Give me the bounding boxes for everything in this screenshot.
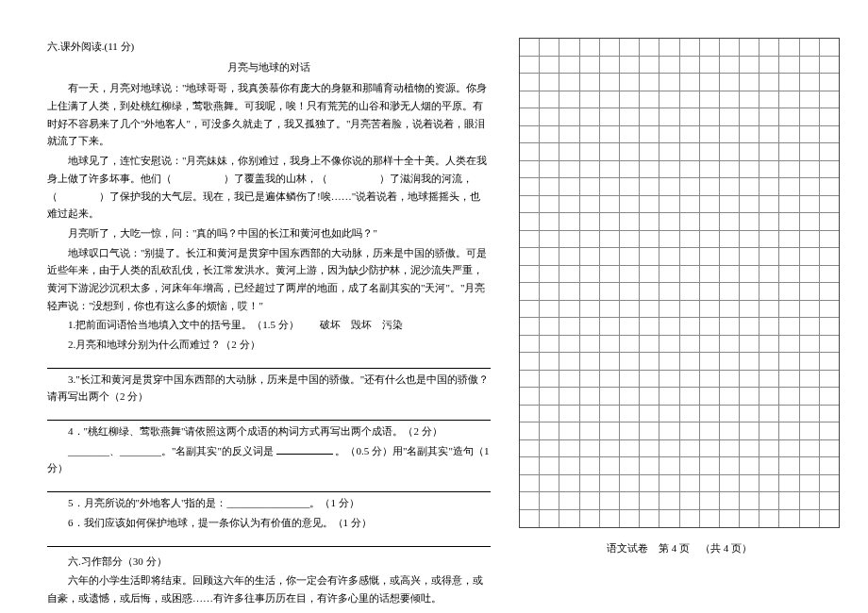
grid-cell[interactable] <box>600 266 620 283</box>
grid-cell[interactable] <box>820 492 839 509</box>
grid-cell[interactable] <box>600 126 620 143</box>
grid-cell[interactable] <box>740 283 760 300</box>
grid-cell[interactable] <box>779 457 799 474</box>
grid-cell[interactable] <box>580 388 600 405</box>
grid-cell[interactable] <box>680 510 700 528</box>
grid-cell[interactable] <box>720 231 740 248</box>
grid-cell[interactable] <box>580 440 600 457</box>
grid-cell[interactable] <box>740 371 760 388</box>
grid-cell[interactable] <box>659 457 679 474</box>
grid-cell[interactable] <box>640 196 659 213</box>
grid-cell[interactable] <box>800 143 820 160</box>
grid-cell[interactable] <box>540 406 559 422</box>
grid-cell[interactable] <box>700 178 720 195</box>
grid-cell[interactable] <box>600 161 620 178</box>
grid-cell[interactable] <box>779 336 799 353</box>
grid-cell[interactable] <box>740 91 760 108</box>
grid-cell[interactable] <box>640 492 659 509</box>
grid-cell[interactable] <box>720 39 740 56</box>
grid-cell[interactable] <box>540 108 559 125</box>
grid-cell[interactable] <box>620 371 640 388</box>
grid-cell[interactable] <box>700 406 720 422</box>
grid-cell[interactable] <box>779 178 799 195</box>
grid-cell[interactable] <box>600 231 620 248</box>
grid-cell[interactable] <box>800 301 820 318</box>
grid-cell[interactable] <box>700 492 720 509</box>
grid-cell[interactable] <box>800 510 820 528</box>
grid-cell[interactable] <box>580 161 600 178</box>
grid-cell[interactable] <box>740 196 760 213</box>
grid-cell[interactable] <box>740 388 760 405</box>
grid-cell[interactable] <box>680 231 700 248</box>
grid-cell[interactable] <box>700 126 720 143</box>
grid-cell[interactable] <box>800 371 820 388</box>
grid-cell[interactable] <box>600 510 620 528</box>
grid-cell[interactable] <box>620 336 640 353</box>
grid-cell[interactable] <box>820 143 839 160</box>
grid-cell[interactable] <box>760 74 779 91</box>
grid-cell[interactable] <box>800 74 820 91</box>
grid-cell[interactable] <box>659 231 679 248</box>
grid-cell[interactable] <box>720 318 740 335</box>
grid-cell[interactable] <box>580 492 600 509</box>
grid-cell[interactable] <box>700 510 720 528</box>
grid-cell[interactable] <box>760 231 779 248</box>
grid-cell[interactable] <box>720 143 740 160</box>
grid-cell[interactable] <box>800 178 820 195</box>
grid-cell[interactable] <box>820 457 839 474</box>
grid-cell[interactable] <box>520 178 540 195</box>
grid-cell[interactable] <box>740 126 760 143</box>
grid-cell[interactable] <box>700 74 720 91</box>
grid-cell[interactable] <box>779 492 799 509</box>
grid-cell[interactable] <box>680 475 700 492</box>
grid-cell[interactable] <box>540 510 559 528</box>
grid-cell[interactable] <box>700 266 720 283</box>
grid-cell[interactable] <box>540 336 559 353</box>
grid-cell[interactable] <box>800 318 820 335</box>
grid-cell[interactable] <box>779 388 799 405</box>
grid-cell[interactable] <box>620 231 640 248</box>
grid-cell[interactable] <box>559 74 579 91</box>
grid-cell[interactable] <box>720 440 740 457</box>
grid-cell[interactable] <box>760 475 779 492</box>
grid-cell[interactable] <box>700 91 720 108</box>
grid-cell[interactable] <box>760 457 779 474</box>
grid-cell[interactable] <box>760 108 779 125</box>
grid-cell[interactable] <box>680 266 700 283</box>
grid-cell[interactable] <box>720 353 740 370</box>
grid-cell[interactable] <box>520 39 540 56</box>
grid-cell[interactable] <box>580 74 600 91</box>
grid-cell[interactable] <box>740 406 760 422</box>
grid-cell[interactable] <box>760 266 779 283</box>
grid-cell[interactable] <box>680 161 700 178</box>
grid-cell[interactable] <box>559 371 579 388</box>
grid-cell[interactable] <box>820 161 839 178</box>
grid-cell[interactable] <box>800 126 820 143</box>
grid-cell[interactable] <box>600 213 620 230</box>
grid-cell[interactable] <box>820 422 839 439</box>
grid-cell[interactable] <box>760 213 779 230</box>
grid-cell[interactable] <box>640 143 659 160</box>
grid-cell[interactable] <box>640 301 659 318</box>
grid-cell[interactable] <box>559 196 579 213</box>
grid-cell[interactable] <box>680 440 700 457</box>
grid-cell[interactable] <box>620 440 640 457</box>
grid-cell[interactable] <box>620 457 640 474</box>
grid-cell[interactable] <box>520 91 540 108</box>
grid-cell[interactable] <box>779 126 799 143</box>
grid-cell[interactable] <box>820 318 839 335</box>
grid-cell[interactable] <box>800 388 820 405</box>
grid-cell[interactable] <box>700 353 720 370</box>
grid-cell[interactable] <box>680 371 700 388</box>
grid-cell[interactable] <box>640 248 659 265</box>
grid-cell[interactable] <box>760 422 779 439</box>
grid-cell[interactable] <box>659 126 679 143</box>
grid-cell[interactable] <box>800 283 820 300</box>
grid-cell[interactable] <box>659 301 679 318</box>
grid-cell[interactable] <box>540 283 559 300</box>
grid-cell[interactable] <box>740 57 760 74</box>
grid-cell[interactable] <box>800 196 820 213</box>
grid-cell[interactable] <box>779 440 799 457</box>
grid-cell[interactable] <box>779 196 799 213</box>
grid-cell[interactable] <box>559 457 579 474</box>
